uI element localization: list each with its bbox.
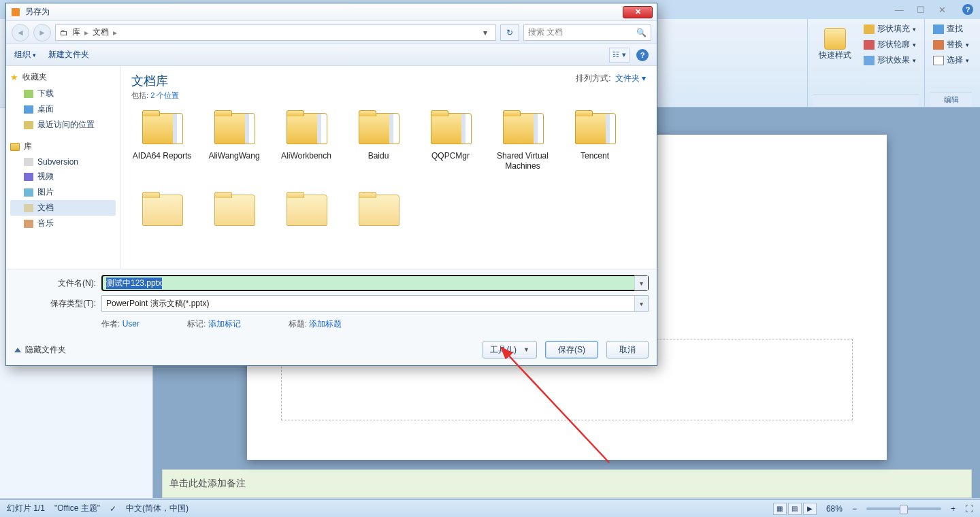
library-subtitle: 包括: 2 个位置 — [131, 90, 179, 101]
folder-item[interactable] — [270, 189, 342, 269]
cancel-button[interactable]: 取消 — [606, 341, 649, 358]
cancel-label: 取消 — [619, 344, 636, 356]
fit-window-button[interactable]: ⛶ — [965, 504, 973, 514]
dialog-close-button[interactable]: ✕ — [623, 6, 653, 18]
address-bar[interactable]: 🗀 库 ▸ 文档 ▸ ▾ — [55, 24, 496, 41]
folder-item[interactable] — [126, 189, 198, 269]
folder-grid[interactable]: AIDA64 ReportsAliWangWangAliWorkbenchBai… — [120, 105, 657, 269]
shape-outline-icon — [864, 40, 875, 50]
notes-pane[interactable]: 单击此处添加备注 — [162, 469, 972, 498]
shape-effects-button[interactable]: 形状效果▾ — [861, 53, 919, 67]
folder-item[interactable]: AliWangWang — [198, 107, 270, 189]
find-button[interactable]: 查找 — [930, 22, 972, 36]
tree-item-subversion[interactable]: Subversion — [10, 155, 116, 169]
title-meta-value[interactable]: 添加标题 — [309, 319, 342, 329]
hide-folders-label: 隐藏文件夹 — [25, 344, 66, 356]
folder-item[interactable]: Tencent — [559, 107, 631, 189]
tree-favorites-header[interactable]: ★收藏夹 — [10, 71, 116, 83]
tag-value[interactable]: 添加标记 — [208, 319, 241, 329]
folder-item[interactable]: AIDA64 Reports — [126, 107, 198, 189]
tree-item-downloads[interactable]: 下载 — [10, 86, 116, 101]
tools-button[interactable]: 工具(L)▼ — [483, 341, 537, 358]
tree-item-music[interactable]: 音乐 — [10, 216, 116, 231]
folder-icon — [427, 110, 474, 148]
footer-bar: 隐藏文件夹 工具(L)▼ 保存(S) 取消 — [14, 331, 649, 358]
folder-item[interactable]: QQPCMgr — [414, 107, 487, 189]
library-locations-link[interactable]: 2 个位置 — [150, 91, 179, 99]
tree-libraries-header[interactable]: 库 — [10, 141, 116, 152]
filetype-select[interactable]: PowerPoint 演示文稿(*.pptx) — [101, 295, 649, 312]
folder-item[interactable] — [342, 189, 414, 269]
tree-item-pictures[interactable]: 图片 — [10, 184, 116, 200]
maximize-button[interactable]: ☐ — [911, 3, 930, 16]
save-as-dialog: 另存为 ✕ ◄ ► 🗀 库 ▸ 文档 ▸ ▾ ↻ 搜索 文档 🔍 组织 ▾ 新建… — [5, 3, 657, 366]
shape-fill-label: 形状填充 — [877, 23, 910, 35]
folder-icon — [355, 192, 402, 230]
folder-item[interactable]: Shared Virtual Machines — [487, 107, 559, 189]
quick-styles-icon — [824, 28, 846, 50]
metadata-row: 作者: User 标记: 添加标记 标题: 添加标题 — [14, 316, 649, 331]
slideshow-view-button[interactable]: ▶ — [803, 503, 817, 515]
filename-input[interactable] — [101, 275, 649, 291]
folder-item[interactable]: Baidu — [342, 107, 414, 189]
folder-label: AliWangWang — [208, 151, 259, 161]
shape-fill-icon — [864, 24, 875, 34]
notes-placeholder-text: 单击此处添加备注 — [169, 478, 246, 490]
new-folder-button[interactable]: 新建文件夹 — [48, 49, 89, 61]
view-mode-button[interactable]: ☷ ▾ — [609, 48, 630, 63]
ribbon-group-label — [813, 94, 919, 107]
tree-item-label: 音乐 — [37, 218, 54, 229]
hide-folders-button[interactable]: 隐藏文件夹 — [14, 344, 66, 356]
folder-item[interactable] — [198, 189, 270, 269]
organize-button[interactable]: 组织 ▾ — [14, 49, 36, 61]
help-icon[interactable]: ? — [962, 4, 973, 15]
tree-libraries-label: 库 — [24, 141, 32, 152]
zoom-in-button[interactable]: + — [951, 504, 956, 514]
zoom-slider[interactable] — [866, 507, 941, 510]
select-button[interactable]: 选择▾ — [930, 53, 972, 67]
normal-view-button[interactable]: ▦ — [773, 503, 787, 515]
dialog-help-icon[interactable]: ? — [636, 49, 649, 61]
breadcrumb-documents[interactable]: 文档 — [93, 27, 109, 38]
nav-forward-button[interactable]: ► — [33, 24, 51, 41]
minimize-button[interactable]: — — [889, 3, 909, 16]
address-dropdown[interactable]: ▾ — [479, 28, 491, 37]
save-button[interactable]: 保存(S) — [545, 341, 598, 358]
filename-dropdown[interactable]: ▾ — [634, 276, 648, 290]
filetype-value: PowerPoint 演示文稿(*.pptx) — [106, 298, 209, 310]
close-button[interactable]: ✕ — [932, 3, 951, 16]
folder-item[interactable]: AliWorkbench — [270, 107, 342, 189]
shape-fill-button[interactable]: 形状填充▾ — [861, 22, 919, 36]
status-language[interactable]: 中文(简体，中国) — [126, 503, 189, 514]
filetype-dropdown[interactable]: ▾ — [634, 296, 648, 311]
sort-mode-button[interactable]: 文件夹 ▾ — [615, 73, 646, 84]
refresh-button[interactable]: ↻ — [500, 24, 519, 41]
author-value[interactable]: User — [122, 319, 140, 329]
search-input[interactable]: 搜索 文档 🔍 — [523, 24, 651, 41]
tree-item-videos[interactable]: 视频 — [10, 169, 116, 184]
tree-item-label: 图片 — [37, 186, 54, 198]
nav-tree: ★收藏夹 下载 桌面 最近访问的位置 库 Subversion 视频 图片 文档… — [6, 66, 120, 269]
replace-button[interactable]: 替换▾ — [930, 37, 972, 52]
zoom-out-button[interactable]: − — [852, 504, 857, 514]
tree-item-recent[interactable]: 最近访问的位置 — [10, 117, 116, 133]
view-buttons: ▦ ▤ ▶ — [773, 503, 817, 515]
folder-label: QQPCMgr — [431, 151, 470, 161]
library-icon — [10, 143, 20, 151]
zoom-percent[interactable]: 68% — [826, 504, 843, 514]
search-placeholder: 搜索 文档 — [528, 27, 563, 38]
ribbon-group-drawing: 快速样式 形状填充▾ 形状轮廓▾ 形状效果▾ — [807, 19, 924, 107]
breadcrumb-library[interactable]: 库 — [72, 27, 80, 38]
dialog-toolbar: 组织 ▾ 新建文件夹 ☷ ▾ ? — [6, 44, 657, 66]
sorter-view-button[interactable]: ▤ — [788, 503, 802, 515]
arrow-up-icon — [14, 348, 21, 352]
shape-outline-button[interactable]: 形状轮廓▾ — [861, 37, 919, 52]
spellcheck-icon[interactable]: ✓ — [110, 504, 116, 514]
ribbon-group-edit-label: 编辑 — [930, 92, 972, 107]
title-meta-label: 标题: — [289, 319, 307, 329]
tree-item-desktop[interactable]: 桌面 — [10, 101, 116, 117]
quick-styles-button[interactable]: 快速样式 — [813, 22, 857, 67]
nav-back-button[interactable]: ◄ — [12, 24, 29, 41]
tree-item-documents[interactable]: 文档 — [10, 200, 116, 216]
filetype-label: 保存类型(T): — [14, 298, 96, 310]
